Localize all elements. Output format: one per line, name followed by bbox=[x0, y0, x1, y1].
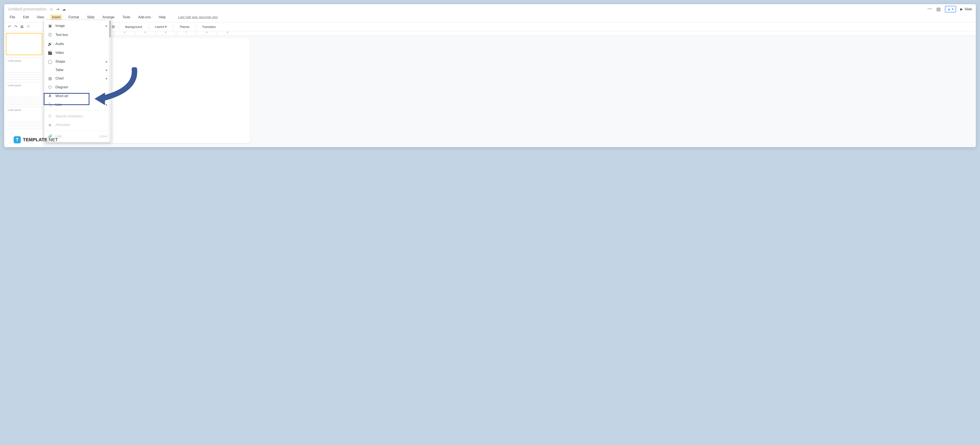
shape-icon: ◯ bbox=[48, 59, 52, 64]
thumb-lines bbox=[8, 71, 40, 78]
dd-special-chars: ΩSpecial characters bbox=[44, 112, 111, 120]
transition-button[interactable]: Transition bbox=[200, 24, 218, 30]
annotation-arrow bbox=[92, 67, 141, 105]
comments-icon[interactable]: ▤ bbox=[936, 6, 941, 12]
chevron-right-icon: ▶ bbox=[106, 60, 108, 63]
move-icon[interactable]: ⇥ bbox=[56, 7, 59, 11]
present-up-icon: ▲ bbox=[947, 7, 951, 11]
paint-format-icon[interactable]: ⚐ bbox=[27, 24, 30, 29]
dd-textbox[interactable]: ⓉText box bbox=[44, 30, 111, 40]
animation-icon: ◉ bbox=[48, 123, 52, 127]
line-icon: ╲ bbox=[48, 102, 52, 107]
wordart-icon: A bbox=[48, 94, 52, 98]
slide-thumbnail[interactable]: Lorem ipsum bbox=[6, 82, 42, 104]
menubar: File Edit View Insert Format Slide Arran… bbox=[4, 14, 976, 22]
dd-shape[interactable]: ◯Shape▶ bbox=[44, 57, 111, 66]
title-right: 〰 ▤ ▲ ▾ ▶ Slide bbox=[928, 6, 972, 13]
dd-animation: ◉Animation bbox=[44, 120, 111, 129]
chart-icon: ▥ bbox=[48, 76, 52, 81]
present-dropdown-icon: ▾ bbox=[952, 7, 953, 11]
ruler-mark: 6 bbox=[155, 31, 176, 35]
canvas-area: 1 2 3 4 5 6 7 8 9 bbox=[44, 31, 976, 147]
background-button[interactable]: Background bbox=[123, 24, 145, 30]
ruler-mark: 8 bbox=[197, 31, 217, 35]
app-window: Untitled presentation ☆ ⇥ ☁ 〰 ▤ ▲ ▾ ▶ Sl… bbox=[4, 4, 976, 147]
video-icon: 🎬 bbox=[48, 51, 52, 55]
menu-tools[interactable]: Tools bbox=[121, 14, 132, 20]
title-icons: ☆ ⇥ ☁ bbox=[50, 7, 66, 11]
activity-icon[interactable]: 〰 bbox=[928, 6, 932, 12]
toolbar: ↶ ↷ 🖶 ⚐ ⊞ Background Layout ▾ Theme Tran… bbox=[4, 22, 976, 31]
theme-button[interactable]: Theme bbox=[177, 24, 192, 30]
cloud-icon[interactable]: ☁ bbox=[62, 7, 66, 11]
redo-icon[interactable]: ↷ bbox=[14, 24, 17, 29]
menu-help[interactable]: Help bbox=[157, 14, 167, 20]
document-title[interactable]: Untitled presentation bbox=[8, 7, 46, 11]
dd-audio[interactable]: 🔊Audio bbox=[44, 40, 111, 48]
last-edit-link[interactable]: Last edit was seconds ago bbox=[178, 15, 218, 19]
ruler-mark: 9 bbox=[217, 31, 238, 35]
ruler-mark: 5 bbox=[135, 31, 155, 35]
audio-icon: 🔊 bbox=[48, 41, 52, 46]
present-button[interactable]: ▲ ▾ bbox=[945, 6, 956, 13]
layout-button[interactable]: Layout ▾ bbox=[152, 24, 169, 30]
slideshow-label: Slide bbox=[964, 7, 972, 11]
textbox-icon: Ⓣ bbox=[48, 32, 52, 37]
thumb-lines bbox=[8, 120, 40, 127]
shortcut-label: Ctrl+K bbox=[99, 135, 108, 138]
separator bbox=[196, 24, 196, 30]
slideshow-button[interactable]: ▶ Slide bbox=[960, 7, 972, 11]
chevron-right-icon: ▶ bbox=[106, 25, 108, 27]
content-area: Lorem ipsum Lorem ipsum Lorem ipsum 1 2 … bbox=[4, 31, 976, 147]
menu-file[interactable]: File bbox=[8, 14, 17, 20]
thumb-label: Lorem ipsum bbox=[8, 84, 21, 87]
menu-arrange[interactable]: Arrange bbox=[101, 14, 116, 20]
star-icon[interactable]: ☆ bbox=[50, 7, 53, 11]
menu-edit[interactable]: Edit bbox=[21, 14, 31, 20]
menu-format[interactable]: Format bbox=[67, 14, 81, 20]
slide-thumbnail[interactable]: Lorem ipsum bbox=[6, 57, 42, 80]
thumb-label: Lorem ipsum bbox=[8, 108, 21, 111]
dd-image[interactable]: ▣Image▶ bbox=[44, 21, 111, 30]
special-chars-icon: Ω bbox=[48, 114, 52, 118]
watermark-logo: T TEMPLATE.NET bbox=[14, 136, 58, 144]
image-icon: ▣ bbox=[48, 24, 52, 28]
undo-icon[interactable]: ↶ bbox=[8, 24, 11, 29]
print-icon[interactable]: 🖶 bbox=[20, 25, 24, 29]
play-icon: ▶ bbox=[960, 7, 963, 11]
logo-icon: T bbox=[14, 136, 21, 144]
horizontal-ruler: 1 2 3 4 5 6 7 8 9 bbox=[44, 31, 976, 35]
menu-insert[interactable]: Insert bbox=[50, 14, 62, 20]
diagram-icon: ⬡ bbox=[48, 85, 52, 89]
new-slide-icon[interactable]: ⊞ bbox=[112, 24, 115, 29]
svg-marker-0 bbox=[94, 93, 105, 105]
logo-text: TEMPLATE.NET bbox=[23, 137, 58, 142]
slide-thumbnail[interactable]: Lorem ipsum bbox=[6, 107, 42, 129]
thumb-lines bbox=[8, 96, 40, 102]
menu-addons[interactable]: Add-ons bbox=[137, 14, 153, 20]
menu-view[interactable]: View bbox=[35, 14, 46, 20]
titlebar: Untitled presentation ☆ ⇥ ☁ 〰 ▤ ▲ ▾ ▶ Sl… bbox=[4, 4, 976, 14]
ruler-mark: 7 bbox=[176, 31, 197, 35]
thumb-label: Lorem ipsum bbox=[8, 59, 21, 62]
dd-video[interactable]: 🎬Video bbox=[44, 48, 111, 57]
menu-slide[interactable]: Slide bbox=[85, 14, 96, 20]
slide-thumbnail[interactable] bbox=[6, 33, 42, 55]
slide-panel: Lorem ipsum Lorem ipsum Lorem ipsum bbox=[4, 31, 44, 147]
ruler-mark: 4 bbox=[114, 31, 135, 35]
